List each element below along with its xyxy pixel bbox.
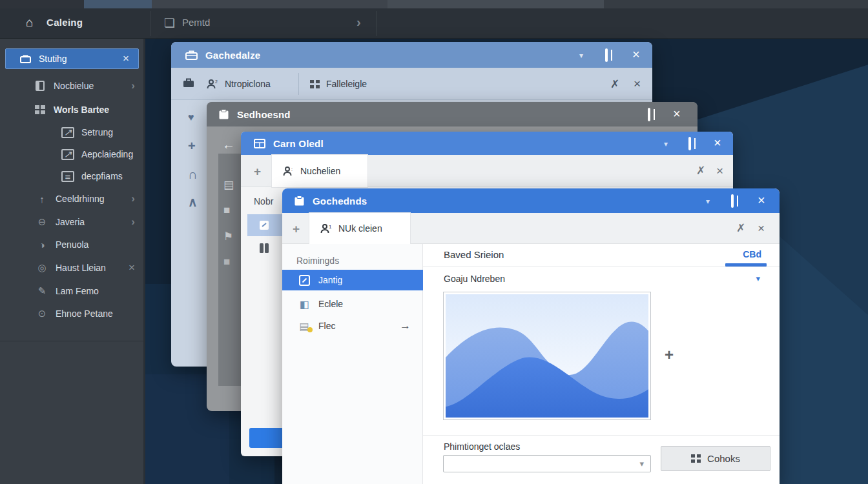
close-icon[interactable]: ×: [632, 48, 640, 61]
square-icon[interactable]: ■: [223, 204, 230, 217]
close-icon[interactable]: ×: [716, 165, 723, 177]
close-icon[interactable]: ×: [123, 52, 129, 65]
home-icon[interactable]: ⌂: [26, 15, 33, 30]
panel-item[interactable]: ▤ Flec →: [282, 316, 423, 336]
dialog-titlebar[interactable]: Gachedalze ▾ ×: [171, 42, 652, 68]
svg-text:2: 2: [215, 79, 218, 84]
sidebar-item[interactable]: ↑ Ceeldrhinng ›: [0, 189, 145, 208]
arc-icon[interactable]: ∩: [188, 167, 197, 182]
sidebar-subitem[interactable]: ↗ Aepclaieding: [0, 145, 145, 164]
table-icon: [254, 139, 265, 148]
panel-icon: [34, 81, 46, 91]
heart-icon[interactable]: ♥: [188, 112, 194, 123]
unpin-icon[interactable]: ✗: [736, 223, 745, 234]
section-link[interactable]: CBd: [743, 249, 761, 259]
sidebar-item[interactable]: ◑ Penuola: [0, 235, 145, 254]
sidebar-item[interactable]: Worls Bartee: [0, 100, 145, 119]
panel-item-label: Flec: [318, 321, 335, 331]
sidebar-item-label: Worls Bartee: [54, 105, 109, 115]
sidebar-item[interactable]: ⊖ Javeria ›: [0, 212, 145, 232]
save-icon[interactable]: ▤: [223, 178, 234, 192]
caret-down-icon[interactable]: ▾: [664, 139, 668, 148]
sidebar-subitem[interactable]: ↗ Setrung: [0, 123, 145, 142]
checks-button[interactable]: Cohoks: [661, 446, 770, 471]
close-icon[interactable]: ×: [129, 261, 135, 274]
caret-down-icon[interactable]: ▾: [579, 51, 583, 60]
panel-item-selected[interactable]: Jantig: [282, 270, 423, 290]
document-icon[interactable]: ❏: [164, 15, 175, 30]
dialog-toolbar: 2 Ntropiclona Falleleigle ✗ ×: [171, 68, 652, 100]
tab-grid[interactable]: Falleleigle: [310, 68, 367, 100]
panel-item[interactable]: [259, 243, 269, 254]
sidebar-item-selected[interactable]: Stutihg ×: [5, 48, 139, 69]
layout-icon[interactable]: [731, 196, 734, 207]
sidebar-item-label: Setrung: [81, 127, 113, 137]
caret-down-icon[interactable]: ▾: [706, 197, 710, 206]
arrow-up-icon: ↑: [36, 194, 48, 205]
plus-icon[interactable]: +: [188, 139, 196, 154]
options-select[interactable]: ▾: [443, 455, 651, 472]
list-box-icon: ≡: [61, 171, 74, 182]
add-image-plus-icon[interactable]: +: [665, 346, 674, 364]
toolbar-divider: [298, 73, 299, 95]
tab-label: Falleleigle: [326, 79, 367, 89]
person-icon: 1: [320, 223, 332, 234]
briefcase-icon: [185, 50, 198, 60]
window-icon: [34, 105, 46, 114]
dialog-main-content: Baved Srieion CBd Goaju Ndreben ▾: [423, 244, 780, 484]
dialog-titlebar[interactable]: Carn Oledl ▾ ×: [241, 132, 733, 155]
sidebar-item[interactable]: ◎ Haust Lleian ×: [0, 258, 145, 277]
layout-icon[interactable]: [688, 138, 691, 150]
dialog-titlebar[interactable]: Gochednds ▾ ×: [282, 188, 780, 213]
plus-icon[interactable]: +: [293, 222, 300, 236]
section-divider: [423, 267, 780, 267]
flag-icon[interactable]: ⚑: [223, 230, 233, 243]
dialog-title: Carn Oledl: [273, 138, 324, 149]
topbar-doc-label[interactable]: Pemtd: [182, 17, 210, 28]
svg-text:1: 1: [329, 224, 332, 230]
arrow-right-icon[interactable]: →: [400, 319, 411, 332]
tab-person[interactable]: 1 NUk cleien: [309, 213, 410, 244]
topbar-home-label[interactable]: Caleing: [46, 17, 83, 28]
close-icon[interactable]: ×: [673, 107, 681, 120]
caret-down-icon[interactable]: ▾: [756, 274, 760, 283]
dialog-titlebar[interactable]: Sedhoesnd ×: [207, 102, 698, 126]
columns-icon: ◧: [298, 298, 311, 310]
sidebar-subitem[interactable]: ≡ decpfiams: [0, 166, 145, 186]
sidebar-item-label: Nocbielue: [54, 81, 94, 91]
dialog-title: Gachedalze: [205, 50, 260, 61]
sidebar-item[interactable]: ✎ Lam Femo: [0, 281, 145, 301]
chevron-right-icon[interactable]: ›: [131, 79, 135, 92]
close-icon[interactable]: ×: [758, 194, 765, 207]
square-icon[interactable]: ■: [223, 256, 230, 268]
chevron-right-icon[interactable]: ›: [356, 15, 361, 30]
sidebar-item[interactable]: ⊙ Ehnoe Petane: [0, 304, 145, 323]
layout-icon[interactable]: [605, 50, 608, 61]
unpin-icon[interactable]: ✗: [696, 165, 705, 176]
tab-person[interactable]: : Nuchelien: [272, 155, 367, 187]
close-icon[interactable]: ×: [758, 222, 765, 234]
unpin-icon[interactable]: ✗: [610, 77, 619, 91]
dialog-toolbar: + 1 NUk cleien ✗ ×: [282, 213, 780, 244]
back-arrow-icon[interactable]: ←: [222, 137, 235, 152]
chevron-up-icon[interactable]: ∧: [188, 194, 198, 210]
topbar-divider: [150, 11, 150, 36]
tab-people[interactable]: 2 Ntropiclona: [207, 68, 271, 100]
grid-icon: [310, 80, 320, 88]
panel-header: Roimingds: [296, 256, 339, 266]
briefcase-icon[interactable]: [183, 78, 194, 88]
panel-item[interactable]: ◧ Eclele: [282, 294, 423, 314]
layout-icon[interactable]: [648, 109, 650, 121]
chevron-right-icon[interactable]: ›: [131, 216, 135, 228]
chevron-right-icon[interactable]: ›: [131, 192, 135, 205]
close-icon[interactable]: ×: [634, 77, 641, 91]
preview-image[interactable]: [443, 292, 651, 420]
close-icon[interactable]: ×: [714, 136, 721, 149]
sidebar-item-label: Lam Femo: [56, 286, 99, 296]
open-box-icon: ↗: [61, 127, 74, 138]
topbar-divider-2: [376, 11, 377, 36]
section-title: Baved Srieion: [444, 249, 504, 260]
plus-icon[interactable]: +: [254, 165, 261, 179]
panel-header: Nobr: [254, 196, 273, 207]
sidebar-item[interactable]: Nocbielue ›: [0, 76, 145, 96]
